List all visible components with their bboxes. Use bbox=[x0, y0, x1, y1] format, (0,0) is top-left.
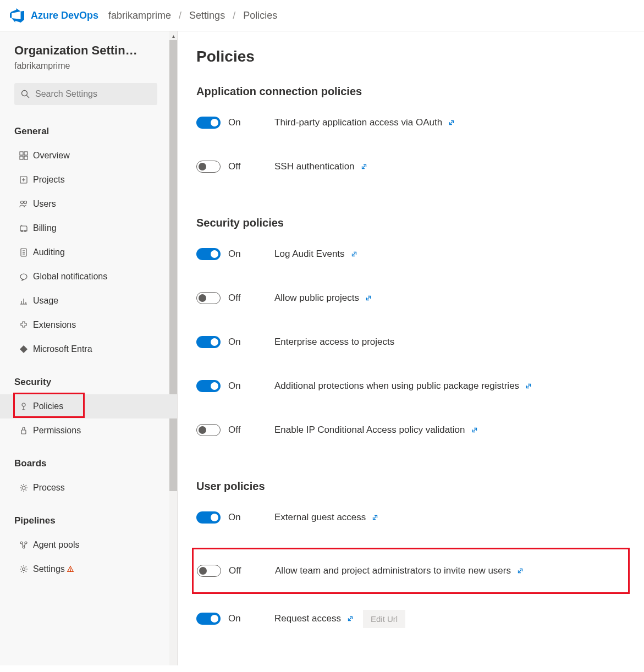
link-icon[interactable] bbox=[471, 426, 478, 434]
sidebar-item-label: Agent pools bbox=[33, 540, 80, 550]
extensions-icon bbox=[16, 321, 31, 329]
scroll-up-icon[interactable]: ▴ bbox=[169, 31, 177, 40]
sidebar-item-label: Usage bbox=[33, 296, 58, 306]
policy-ip-conditional: Off Enable IP Conditional Access policy … bbox=[196, 416, 625, 444]
sidebar-item-global-notifications[interactable]: Global notifications bbox=[14, 265, 163, 289]
sidebar-item-label: Projects bbox=[33, 175, 65, 185]
process-icon bbox=[16, 483, 31, 492]
sidebar: ▴ Organization Settin… fabrikamprime Gen… bbox=[0, 31, 178, 665]
breadcrumb-policies[interactable]: Policies bbox=[243, 10, 277, 21]
sidebar-item-users[interactable]: Users bbox=[14, 192, 163, 216]
toggle-request-access[interactable] bbox=[196, 613, 221, 625]
link-icon[interactable] bbox=[360, 163, 368, 170]
group-user-policies: User policies bbox=[196, 480, 625, 493]
toggle-state-label: Off bbox=[228, 293, 274, 304]
sidebar-scrollbar[interactable]: ▴ bbox=[169, 31, 177, 665]
policy-description: Additional protections when using public… bbox=[274, 381, 519, 392]
policy-description: Allow team and project administrators to… bbox=[275, 565, 511, 576]
svg-line-1 bbox=[27, 96, 30, 98]
toggle-enterprise-access[interactable] bbox=[196, 336, 221, 348]
svg-rect-5 bbox=[24, 156, 27, 159]
policy-description: Allow public projects bbox=[274, 293, 359, 304]
group-application-connection: Application connection policies bbox=[196, 85, 625, 98]
link-icon[interactable] bbox=[365, 294, 372, 302]
toggle-state-label: Off bbox=[229, 565, 275, 576]
policy-description: Third-party application access via OAuth bbox=[274, 117, 442, 128]
toggle-state-label: On bbox=[228, 381, 274, 392]
toggle-public-projects[interactable] bbox=[196, 292, 221, 304]
link-icon[interactable] bbox=[350, 250, 358, 258]
toggle-external-guest[interactable] bbox=[196, 511, 221, 524]
toggle-ssh[interactable] bbox=[196, 161, 221, 173]
policy-description: Log Audit Events bbox=[274, 249, 345, 260]
sidebar-item-permissions[interactable]: Permissions bbox=[14, 418, 163, 443]
brand-link[interactable]: Azure DevOps bbox=[31, 10, 98, 21]
policy-package-registries: On Additional protections when using pub… bbox=[196, 372, 625, 400]
sidebar-item-process[interactable]: Process bbox=[14, 476, 163, 500]
toggle-state-label: Off bbox=[228, 425, 274, 436]
policy-enterprise-access: On Enterprise access to projects bbox=[196, 328, 625, 356]
sidebar-item-settings[interactable]: Settings bbox=[14, 557, 163, 581]
section-pipelines: Pipelines bbox=[14, 510, 163, 533]
toggle-ip-conditional[interactable] bbox=[196, 424, 221, 436]
sidebar-item-label: Users bbox=[33, 199, 56, 209]
sidebar-item-overview[interactable]: Overview bbox=[14, 144, 163, 168]
policy-external-guest: On External guest access bbox=[196, 504, 625, 531]
svg-point-24 bbox=[22, 486, 25, 489]
sidebar-item-usage[interactable]: Usage bbox=[14, 289, 163, 313]
sidebar-title: Organization Settin… bbox=[14, 43, 163, 58]
link-icon[interactable] bbox=[448, 119, 455, 126]
svg-point-10 bbox=[24, 201, 27, 204]
toggle-package-registries[interactable] bbox=[196, 380, 221, 392]
sidebar-item-policies[interactable]: Policies bbox=[0, 394, 177, 418]
group-security-policies: Security policies bbox=[196, 217, 625, 229]
breadcrumb-settings[interactable]: Settings bbox=[189, 10, 225, 21]
sidebar-item-projects[interactable]: Projects bbox=[14, 168, 163, 192]
sidebar-item-billing[interactable]: Billing bbox=[14, 216, 163, 240]
main-content: Policies Application connection policies… bbox=[178, 31, 644, 665]
projects-icon bbox=[16, 175, 31, 184]
search-input[interactable] bbox=[35, 89, 151, 99]
agent-pools-icon bbox=[16, 541, 31, 549]
policy-oauth: On Third-party application access via OA… bbox=[196, 109, 625, 136]
sidebar-item-microsoft-entra[interactable]: Microsoft Entra bbox=[14, 337, 163, 361]
toggle-audit[interactable] bbox=[196, 248, 221, 260]
link-icon[interactable] bbox=[525, 382, 532, 390]
sidebar-item-label: Auditing bbox=[33, 247, 65, 257]
policy-ssh: Off SSH authentication bbox=[196, 153, 625, 180]
toggle-oauth[interactable] bbox=[196, 117, 221, 129]
breadcrumb-separator: / bbox=[233, 10, 235, 21]
breadcrumb-org[interactable]: fabrikamprime bbox=[108, 10, 171, 21]
policy-audit: On Log Audit Events bbox=[196, 240, 625, 268]
svg-rect-4 bbox=[20, 156, 23, 159]
link-icon[interactable] bbox=[346, 615, 354, 623]
entra-icon bbox=[16, 345, 31, 354]
edit-url-button[interactable]: Edit Url bbox=[363, 610, 405, 628]
svg-point-25 bbox=[20, 542, 23, 544]
scrollbar-thumb[interactable] bbox=[169, 40, 177, 491]
link-icon[interactable] bbox=[371, 514, 379, 521]
section-boards: Boards bbox=[14, 453, 163, 476]
svg-rect-2 bbox=[20, 152, 23, 155]
link-icon[interactable] bbox=[516, 567, 524, 575]
svg-point-22 bbox=[22, 403, 25, 406]
warning-icon bbox=[67, 565, 74, 573]
toggle-invite-users[interactable] bbox=[197, 565, 221, 577]
overview-icon bbox=[16, 151, 31, 160]
policy-description: Enable IP Conditional Access policy vali… bbox=[274, 425, 465, 436]
toggle-state-label: On bbox=[228, 613, 274, 624]
policy-description: Request access bbox=[274, 613, 341, 624]
svg-point-28 bbox=[23, 568, 25, 571]
policy-invite-users: Off Allow team and project administrator… bbox=[197, 557, 625, 585]
section-security: Security bbox=[14, 371, 163, 394]
search-settings[interactable] bbox=[14, 83, 157, 105]
sidebar-item-label: Extensions bbox=[33, 320, 76, 330]
toggle-state-label: Off bbox=[228, 161, 274, 172]
azure-devops-logo-icon[interactable] bbox=[10, 8, 24, 23]
sidebar-item-agent-pools[interactable]: Agent pools bbox=[14, 533, 163, 557]
highlight-invite-users: Off Allow team and project administrator… bbox=[192, 548, 630, 594]
svg-point-17 bbox=[20, 274, 27, 279]
header: Azure DevOps fabrikamprime / Settings / … bbox=[0, 0, 644, 31]
sidebar-item-auditing[interactable]: Auditing bbox=[14, 240, 163, 265]
sidebar-item-extensions[interactable]: Extensions bbox=[14, 313, 163, 337]
